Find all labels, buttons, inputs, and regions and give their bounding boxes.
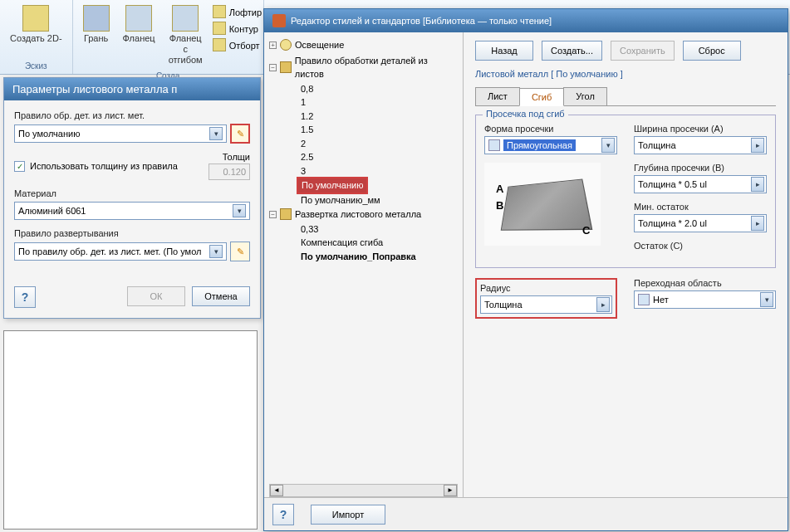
- transition-combo[interactable]: Нет ▾: [634, 290, 776, 309]
- tree-leaf[interactable]: 1.5: [269, 123, 458, 137]
- tree-sheet-rule[interactable]: − Правило обработки деталей из листов: [269, 53, 458, 82]
- help-button[interactable]: ?: [14, 286, 36, 308]
- material-combo[interactable]: Алюминий 6061 ▾: [14, 202, 250, 220]
- relief-shape-label: Форма просечки: [484, 124, 617, 134]
- tree-leaf-default-corr[interactable]: По умолчанию_Поправка: [269, 250, 458, 264]
- flange-bend-button[interactable]: Фланец с отгибом: [162, 2, 209, 70]
- flange-bend-icon: [172, 5, 199, 32]
- back-button[interactable]: Назад: [475, 41, 533, 61]
- ribbon-group-sketch: Создать 2D- Эскиз: [0, 0, 73, 74]
- cutoff-icon: [213, 38, 226, 51]
- shape-icon: [488, 139, 500, 151]
- canvas-area: [3, 330, 258, 530]
- arrow-right-icon: ▸: [751, 177, 764, 192]
- tree-lighting[interactable]: + Освещение: [269, 37, 458, 53]
- relief-minrem-combo[interactable]: Толщина * 2.0 ul ▸: [634, 214, 767, 232]
- minus-icon[interactable]: −: [269, 64, 277, 71]
- relief-minrem-value: Толщина * 2.0 ul: [638, 218, 707, 228]
- tree-leaf[interactable]: Компенсация сгиба: [269, 236, 458, 250]
- save-button[interactable]: Сохранить: [611, 41, 675, 61]
- tab-corner[interactable]: Угол: [563, 87, 607, 105]
- preview-label-c: C: [582, 224, 590, 237]
- detail-panel: Назад Создать... Сохранить Сброс Листово…: [464, 32, 788, 497]
- flange-bend-label: Фланец с отгибом: [169, 33, 203, 66]
- create-2d-label: Создать 2D-: [10, 33, 62, 44]
- radius-label: Радиус: [480, 283, 612, 293]
- right-dialog-titlebar: Редактор стилей и стандартов [Библиотека…: [264, 9, 788, 32]
- unfold-rule-value: По правилу обр. дет. из лист. мет. (По у…: [18, 246, 201, 256]
- flange-button[interactable]: Фланец: [116, 2, 162, 70]
- create-button[interactable]: Создать...: [542, 41, 602, 61]
- tree-leaf[interactable]: 2: [269, 137, 458, 151]
- material-value: Алюминий 6061: [18, 206, 86, 216]
- left-dialog-title: Параметры листового металла п: [4, 78, 260, 100]
- minus-icon[interactable]: −: [269, 211, 277, 218]
- chevron-down-icon: ▾: [209, 127, 223, 140]
- ribbon-group-create: Грань Фланец Фланец с отгибом Лофтир Кон…: [73, 0, 264, 74]
- create-2d-button[interactable]: Создать 2D-: [3, 2, 69, 47]
- style-tree[interactable]: + Освещение − Правило обработки деталей …: [269, 37, 458, 263]
- help-button[interactable]: ?: [272, 504, 294, 525]
- pencil-icon: ✎: [237, 129, 244, 139]
- bottom-bar: ? Импорт: [264, 497, 788, 530]
- tree-leaf[interactable]: 1: [269, 95, 458, 110]
- edit-rule-button[interactable]: ✎: [230, 124, 250, 144]
- breadcrumb: Листовой металл [ По умолчанию ]: [475, 69, 776, 79]
- pencil-icon: ✎: [237, 246, 244, 257]
- ok-button[interactable]: ОК: [127, 286, 185, 306]
- edit-unfold-button[interactable]: ✎: [230, 242, 250, 261]
- contour-button[interactable]: Контур: [213, 22, 262, 37]
- use-thickness-checkbox[interactable]: ✓: [14, 161, 25, 172]
- import-button[interactable]: Импорт: [311, 505, 385, 525]
- tree-leaf-default-mm[interactable]: По умолчанию_мм: [269, 193, 458, 207]
- tree-leaf[interactable]: 0,33: [269, 222, 458, 237]
- tree-leaf-default[interactable]: По умолчанию: [297, 178, 367, 193]
- scroll-left-icon[interactable]: ◄: [270, 485, 283, 496]
- tree-leaf[interactable]: 1.2: [269, 110, 458, 124]
- group-sketch-label: Эскиз: [23, 60, 49, 72]
- tree-lighting-label: Освещение: [295, 38, 344, 52]
- tree-unfold-label: Развертка листового металла: [295, 207, 421, 222]
- cancel-button[interactable]: Отмена: [192, 286, 250, 306]
- rule-combo[interactable]: По умолчанию ▾: [14, 124, 227, 143]
- rule-combo-value: По умолчанию: [18, 129, 80, 139]
- tree-unfold[interactable]: − Развертка листового металла: [269, 207, 458, 222]
- face-button[interactable]: Грань: [76, 2, 116, 70]
- arrow-right-icon: ▸: [596, 297, 610, 312]
- reset-button[interactable]: Сброс: [683, 41, 741, 61]
- radius-combo[interactable]: Толщина ▸: [480, 295, 612, 314]
- unfold-rule-combo[interactable]: По правилу обр. дет. из лист. мет. (По у…: [14, 242, 227, 261]
- tree-leaf[interactable]: 0,8: [269, 82, 458, 96]
- plus-icon[interactable]: +: [269, 41, 277, 49]
- relief-width-combo[interactable]: Толщина ▸: [634, 136, 767, 154]
- ribbon-small-column: Лофтир Контур Отборт: [209, 2, 265, 70]
- tab-bend[interactable]: Сгиб: [519, 88, 564, 106]
- transition-label: Переходная область: [634, 278, 776, 288]
- left-dialog-body: Правило обр. дет. из лист. мет. По умолч…: [4, 100, 260, 280]
- relief-depth-combo[interactable]: Толщина * 0.5 ul ▸: [634, 175, 767, 193]
- unfold-rule-label: Правило развертывания: [14, 228, 250, 238]
- relief-shape-combo[interactable]: Прямоугольная ▾: [484, 136, 617, 154]
- tab-sheet[interactable]: Лист: [475, 87, 520, 105]
- scroll-right-icon[interactable]: ►: [444, 485, 457, 496]
- transition-icon: [638, 294, 650, 305]
- lamp-icon: [280, 39, 292, 51]
- relief-depth-label: Глубина просечки (B): [634, 163, 767, 173]
- tree-leaf[interactable]: 2.5: [269, 150, 458, 164]
- tabs: Лист Сгиб Угол: [475, 87, 776, 106]
- style-editor-dialog: Редактор стилей и стандартов [Библиотека…: [263, 8, 788, 531]
- relief-minrem-label: Мин. остаток: [634, 202, 767, 212]
- chevron-down-icon: ▾: [760, 292, 773, 307]
- cutoff-button[interactable]: Отборт: [213, 38, 262, 53]
- sheet-metal-params-dialog: Параметры листового металла п Правило об…: [3, 77, 261, 319]
- loft-button[interactable]: Лофтир: [213, 5, 262, 20]
- contour-icon: [213, 22, 226, 35]
- folder-icon: [280, 61, 292, 73]
- use-thickness-label: Использовать толщину из правила: [30, 161, 178, 171]
- style-tree-panel: + Освещение − Правило обработки деталей …: [264, 32, 464, 497]
- tree-h-scrollbar[interactable]: ◄ ►: [269, 484, 458, 497]
- tree-sheet-rule-label: Правило обработки деталей из листов: [295, 54, 458, 81]
- folder-icon: [280, 208, 292, 220]
- tree-leaf[interactable]: 3: [269, 164, 458, 178]
- transition-value: Нет: [653, 295, 669, 305]
